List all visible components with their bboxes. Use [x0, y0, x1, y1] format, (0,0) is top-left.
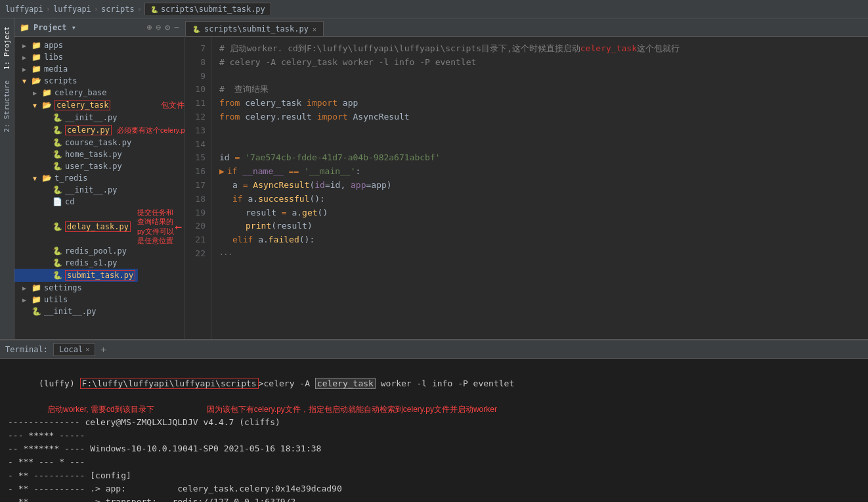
arrow-icon: ▼ — [33, 102, 41, 109]
label-init-py: __init__.py — [65, 113, 117, 122]
terminal-annotation-row: 启动worker, 需要cd到该目录下 因为该包下有celery.py文件，指定… — [8, 403, 860, 416]
tab-label: scripts\submit_task.py — [204, 24, 309, 34]
tab-local-close[interactable]: ✕ — [85, 346, 89, 353]
sidebar-item-apps[interactable]: ▶ 📁 apps — [14, 39, 184, 51]
editor-area: 🐍 scripts\submit_task.py ✕ 7 8 9 10 11 1… — [185, 18, 868, 339]
terminal-command-line: (luffy) F:\luffy\luffyapi\luffyapi\scrip… — [8, 364, 860, 403]
locate-icon[interactable]: ⊕ — [147, 22, 152, 32]
sidebar-item-celery-task[interactable]: ▼ 📂 celery_task — [14, 99, 158, 112]
term-cmd-rest: worker -l info -P eventlet — [376, 378, 514, 388]
code-line-7: # 启动worker. cd到F:\luffy\luffyapi\luffyap… — [219, 42, 860, 56]
sidebar-item-libs[interactable]: ▶ 📁 libs — [14, 51, 184, 63]
py-file-icon: 🐍 — [53, 185, 62, 194]
terminal-tabs: Terminal: Local ✕ + — [0, 340, 868, 359]
py-file-icon: 🐍 — [32, 307, 41, 316]
arrow-icon: ▼ — [22, 78, 30, 85]
settings-icon[interactable]: ⚙ — [165, 22, 170, 32]
sidebar-item-user-task[interactable]: 🐍 user_task.py — [14, 160, 184, 172]
celery-task-row[interactable]: ▼ 📂 celery_task 包文件 — [14, 99, 184, 112]
tab-close-icon[interactable]: ✕ — [313, 26, 316, 33]
label-home-task: home_task.py — [65, 150, 122, 159]
editor-tab-submit-task[interactable]: 🐍 scripts\submit_task.py ✕ — [185, 21, 324, 36]
py-file-icon: 🐍 — [53, 150, 62, 159]
sidebar-item-media[interactable]: ▶ 📁 media — [14, 63, 184, 75]
annotation-celery-py: 必须要有这个celery.py文件 — [117, 126, 184, 135]
vert-tab-project[interactable]: 1: Project — [1, 21, 12, 75]
file-breadcrumb-tab[interactable]: 🐍 scripts\submit_task.py — [144, 3, 271, 15]
folder-icon-t-redis: 📂 — [42, 173, 52, 183]
code-line-21: elif a.failed(): — [219, 233, 860, 247]
celery-py-row[interactable]: 🐍 celery.py 必须要有这个celery.py文件 — [14, 124, 184, 137]
sidebar-item-submit-task[interactable]: 🐍 submit_task.py — [14, 269, 138, 282]
sidebar-icons: ⊕ ⊖ ⚙ − — [147, 22, 179, 32]
sidebar-item-home-task[interactable]: 🐍 home_task.py — [14, 148, 184, 160]
label-init-root: __init__.py — [44, 307, 96, 316]
line-numbers: 7 8 9 10 11 12 13 14 15 16 17 18 19 20 2… — [185, 37, 211, 339]
code-line-20: print(result) — [219, 219, 860, 233]
annotation-delay-task: 提交任务和查询结果的py文件可以是任意位置 — [137, 208, 174, 245]
sidebar-item-init-root[interactable]: 🐍 __init__.py — [14, 306, 184, 317]
arrow-icon: ▶ — [33, 89, 41, 97]
term-line-6: - ** ---------- .> app: celery_task.cele… — [8, 482, 860, 495]
vertical-tabs: 1: Project 2: Structure — [0, 18, 14, 339]
arrow-annotation: ← — [175, 219, 183, 233]
breadcrumb-luffyapi-1[interactable]: luffyapi — [5, 5, 43, 14]
sidebar-item-scripts[interactable]: ▼ 📂 scripts — [14, 75, 184, 87]
sidebar-item-course-task[interactable]: 🐍 course_task.py — [14, 137, 184, 148]
collapse-icon[interactable]: ⊖ — [156, 22, 162, 32]
breadcrumb-luffyapi-2[interactable]: luffyapi — [53, 5, 91, 14]
label-cd: cd — [65, 197, 74, 206]
sidebar-item-settings[interactable]: ▶ 📁 settings — [14, 282, 184, 294]
arrow-icon: ▶ — [22, 54, 30, 61]
terminal-add-button[interactable]: + — [100, 344, 106, 355]
folder-icon-settings: 📁 — [32, 283, 41, 292]
code-line-15: id = '7ae574cb-fdde-41d7-a04b-982a671abc… — [219, 151, 860, 165]
py-file-icon: 🐍 — [53, 113, 62, 122]
label-apps: apps — [44, 41, 63, 50]
vert-tab-structure[interactable]: 2: Structure — [1, 75, 12, 137]
sidebar-item-cd[interactable]: 📄 cd — [14, 196, 184, 208]
sidebar-item-celery-base[interactable]: ▶ 📁 celery_base — [14, 87, 184, 99]
term-path: F:\luffy\luffyapi\luffyapi\scripts — [80, 378, 259, 389]
label-delay-task: delay_task.py — [65, 221, 131, 232]
terminal-area: Terminal: Local ✕ + (luffy) F:\luffy\luf… — [0, 339, 868, 502]
folder-icon-scripts: 📂 — [32, 76, 41, 85]
term-line-1: -------------- celery@MS-ZMQLXLJQLDJV v4… — [8, 416, 860, 429]
sidebar-item-init-py2[interactable]: 🐍 __init__.py — [14, 184, 184, 196]
terminal-label: Terminal: — [5, 345, 48, 354]
label-celery-base: celery_base — [54, 88, 106, 97]
arrow-icon: ▼ — [33, 175, 41, 182]
submit-task-row[interactable]: 🐍 submit_task.py — [14, 269, 184, 282]
sidebar: 📁 Project ▾ ⊕ ⊖ ⚙ − ▶ 📁 apps ▶ 📁 — [14, 18, 185, 339]
sidebar-header: 📁 Project ▾ ⊕ ⊖ ⚙ − — [14, 18, 184, 37]
sidebar-item-init-py[interactable]: 🐍 __init__.py — [14, 112, 184, 124]
tab-py-icon: 🐍 — [192, 26, 200, 33]
terminal-tab-local[interactable]: Local ✕ — [53, 343, 95, 356]
term-prompt: (luffy) — [39, 378, 80, 388]
label-redis-s1: redis_s1.py — [65, 258, 117, 267]
close-sidebar-icon[interactable]: − — [174, 22, 179, 32]
sidebar-item-redis-s1[interactable]: 🐍 redis_s1.py — [14, 257, 184, 269]
label-redis-pool: redis_pool.py — [65, 246, 127, 256]
folder-icon-libs: 📁 — [32, 53, 41, 62]
label-celery-task: celery_task — [54, 100, 110, 110]
breadcrumb-scripts[interactable]: scripts — [101, 5, 135, 14]
label-settings: settings — [44, 283, 82, 292]
code-line-17: a = AsyncResult(id=id, app=app) — [219, 179, 860, 193]
py-file-icon: 🐍 — [53, 222, 62, 231]
sidebar-item-delay-task[interactable]: 🐍 delay_task.py — [14, 220, 133, 233]
label-celery-py: celery.py — [65, 125, 112, 135]
sidebar-item-celery-py[interactable]: 🐍 celery.py — [14, 124, 114, 137]
py-file-icon: 🐍 — [53, 162, 62, 171]
annotation-celery-task: 包文件 — [161, 100, 184, 111]
sidebar-item-utils[interactable]: ▶ 📁 utils — [14, 294, 184, 306]
folder-icon-celery-base: 📁 — [42, 88, 52, 97]
sidebar-item-redis-pool[interactable]: 🐍 redis_pool.py — [14, 245, 184, 257]
code-content: # 启动worker. cd到F:\luffy\luffyapi\luffyap… — [211, 37, 868, 339]
term-line-2: --- ***** ----- — [8, 429, 860, 442]
sidebar-item-t-redis[interactable]: ▼ 📂 t_redis — [14, 172, 184, 184]
delay-task-row[interactable]: 🐍 delay_task.py 提交任务和查询结果的py文件可以是任意位置 ← — [14, 208, 184, 245]
arrow-icon: ▶ — [22, 42, 30, 49]
folder-icon-celery-task: 📂 — [42, 101, 52, 110]
term-line-7: - ** ---------- .> transport: redis://12… — [8, 495, 860, 502]
